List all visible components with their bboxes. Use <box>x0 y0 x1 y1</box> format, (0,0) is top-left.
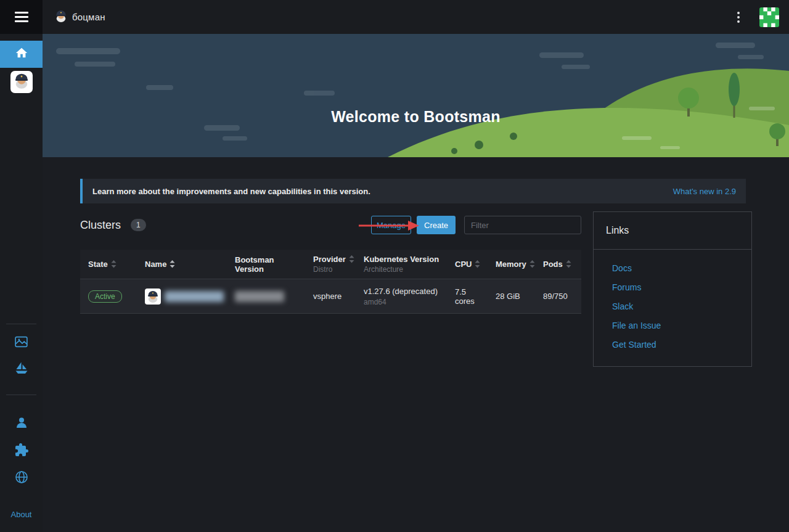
column-header-bootsman-version: Bootsman Version <box>227 250 305 279</box>
column-header-pods[interactable]: Pods <box>535 250 581 279</box>
sort-icon <box>566 260 571 268</box>
top-header: боцман <box>0 0 789 34</box>
sort-icon <box>170 260 175 268</box>
cell-kubernetes-version: v1.27.6 (deprecated) amd64 <box>356 279 447 313</box>
page-title: Clusters <box>80 217 121 233</box>
filter-input[interactable] <box>464 216 581 234</box>
sidebar-item-virtualization[interactable] <box>0 332 43 354</box>
cell-state: Active <box>80 279 137 313</box>
link-item-forums[interactable]: Forums <box>612 282 733 293</box>
cell-pods: 89/750 <box>535 279 581 313</box>
links-card-title: Links <box>594 212 751 250</box>
column-header-name[interactable]: Name <box>137 250 227 279</box>
column-header-state[interactable]: State <box>80 250 137 279</box>
cell-name <box>137 279 227 313</box>
virtualization-icon <box>14 334 29 352</box>
logo-icon <box>54 9 68 25</box>
sidebar-item-fleet[interactable] <box>0 359 43 381</box>
cell-cpu: 7.5 cores <box>447 279 488 313</box>
column-header-memory[interactable]: Memory <box>488 250 535 279</box>
home-icon <box>15 46 28 62</box>
link-item-file-an-issue[interactable]: File an Issue <box>612 321 733 331</box>
version-banner-text: Learn more about the improvements and ne… <box>92 187 370 196</box>
links-card: Links Docs Forums Slack File an Issue Ge… <box>593 211 752 367</box>
product-logo: боцман <box>54 9 105 25</box>
manage-button[interactable]: Manage <box>371 216 411 234</box>
sidebar-item-users[interactable] <box>0 413 43 435</box>
sidebar-item-language[interactable] <box>0 467 43 489</box>
table-row[interactable]: Active vsphere v1.27.6 (deprecated) amd6… <box>80 279 581 314</box>
sort-icon <box>529 260 535 268</box>
column-header-cpu[interactable]: CPU <box>447 250 488 279</box>
link-item-slack[interactable]: Slack <box>612 301 733 312</box>
cluster-avatar-icon <box>145 289 161 305</box>
sort-icon <box>349 255 354 263</box>
link-item-get-started[interactable]: Get Started <box>612 340 733 350</box>
kebab-menu-button[interactable] <box>734 9 743 26</box>
left-sidebar: About <box>0 34 43 532</box>
create-button[interactable]: Create <box>417 216 456 234</box>
column-header-provider[interactable]: Provider Distro <box>305 250 356 279</box>
cluster-avatar-icon <box>13 72 30 92</box>
cell-memory: 28 GiB <box>488 279 535 313</box>
fleet-icon <box>14 361 30 379</box>
menu-icon <box>15 12 28 14</box>
sidebar-item-extensions[interactable] <box>0 440 43 462</box>
extensions-icon <box>14 443 29 460</box>
user-avatar[interactable] <box>759 7 779 27</box>
sort-icon <box>475 260 480 268</box>
cell-bootsman-version <box>227 279 305 313</box>
hero-title: Welcome to Bootsman <box>43 108 789 126</box>
links-list: Docs Forums Slack File an Issue Get Star… <box>594 250 751 350</box>
menu-button[interactable] <box>0 0 43 34</box>
sidebar-divider <box>6 324 36 324</box>
hero-illustration <box>43 34 789 157</box>
version-banner: Learn more about the improvements and ne… <box>80 179 746 203</box>
redacted-version <box>235 291 284 302</box>
users-icon <box>14 415 29 433</box>
clusters-header: Clusters 1 <box>80 217 146 233</box>
about-link[interactable]: About <box>0 510 43 519</box>
kebab-menu-icon <box>737 12 740 14</box>
hero-banner: Welcome to Bootsman <box>43 34 789 157</box>
whats-new-link[interactable]: What's new in 2.9 <box>673 187 736 196</box>
status-badge: Active <box>88 290 122 303</box>
sort-icon <box>111 260 117 268</box>
cell-provider: vsphere <box>305 279 356 313</box>
redacted-cluster-name <box>165 291 224 302</box>
sidebar-item-home[interactable] <box>0 41 43 68</box>
link-item-docs[interactable]: Docs <box>612 263 733 274</box>
sidebar-divider <box>6 395 36 395</box>
clusters-table: State Name Bootsman Version Provider Dis… <box>80 250 581 314</box>
cluster-count-badge: 1 <box>131 219 146 231</box>
table-header-row: State Name Bootsman Version Provider Dis… <box>80 250 581 279</box>
sidebar-item-cluster[interactable] <box>10 71 33 93</box>
product-name: боцман <box>72 12 105 22</box>
column-header-kubernetes-version: Kubernetes Version Architecture <box>356 250 447 279</box>
language-icon <box>14 470 29 487</box>
